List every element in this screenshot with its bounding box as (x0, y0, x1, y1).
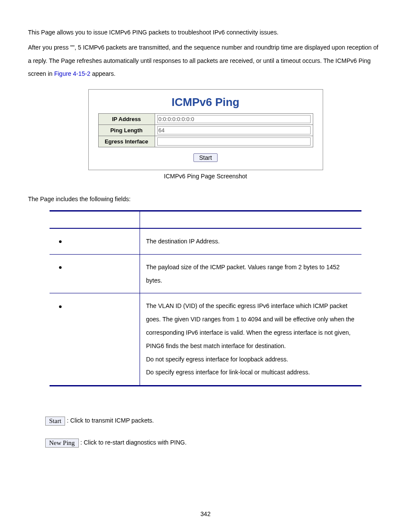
start-btn-sample: Start (45, 417, 65, 426)
desc-cell: The payload size of the ICMP packet. Val… (140, 254, 362, 293)
intro-2c: appears. (90, 70, 115, 77)
row-ip: IP Address (98, 114, 313, 125)
ping-length-label: Ping Length (98, 125, 155, 136)
intro-line-2: After you press "", 5 ICMPv6 packets are… (28, 41, 383, 81)
table-row: The payload size of the ICMP packet. Val… (50, 254, 361, 293)
fields-intro: The Page includes the following fields: (28, 193, 383, 206)
col-object (50, 211, 140, 228)
bullet-icon (59, 305, 62, 308)
buttons-section: Start : Click to transmit ICMP packets. … (45, 417, 383, 448)
figure-link[interactable]: Figure 4-15-2 (54, 70, 90, 77)
start-btn-desc: : Click to transmit ICMP packets. (67, 417, 154, 424)
desc-cell: The VLAN ID (VID) of the specific egress… (140, 293, 362, 386)
figure-title: ICMPv6 Ping (98, 96, 313, 109)
ip-address-label: IP Address (98, 114, 155, 125)
page-number: 342 (0, 510, 411, 517)
bullet-icon (59, 240, 62, 243)
document-page: This Page allows you to issue ICMPv6 PIN… (0, 0, 411, 532)
row-length: Ping Length (98, 125, 313, 136)
ip-address-input[interactable] (157, 115, 311, 123)
bullet-icon (59, 266, 62, 269)
new-ping-btn-desc: : Click to re-start diagnostics with PIN… (80, 439, 187, 446)
intro-2a: After you press " (28, 44, 72, 51)
start-button[interactable]: Start (193, 153, 218, 162)
egress-interface-input[interactable] (157, 137, 311, 146)
table-row: The destination IP Address. (50, 228, 361, 254)
fields-table: The destination IP Address. The payload … (50, 210, 361, 386)
ping-form-table: IP Address Ping Length Egress Interface (98, 113, 313, 147)
desc-cell: The destination IP Address. (140, 228, 362, 254)
ping-length-input[interactable] (157, 126, 311, 134)
table-row: The VLAN ID (VID) of the specific egress… (50, 293, 361, 386)
new-ping-btn-sample: New Ping (45, 439, 79, 448)
egress-interface-label: Egress Interface (98, 136, 155, 147)
row-egress: Egress Interface (98, 136, 313, 147)
col-description (140, 211, 362, 228)
figure-panel: ICMPv6 Ping IP Address Ping Length Egres… (88, 89, 323, 170)
intro-line-1: This Page allows you to issue ICMPv6 PIN… (28, 26, 383, 39)
figure-caption: ICMPv6 Ping Page Screenshot (28, 173, 383, 180)
